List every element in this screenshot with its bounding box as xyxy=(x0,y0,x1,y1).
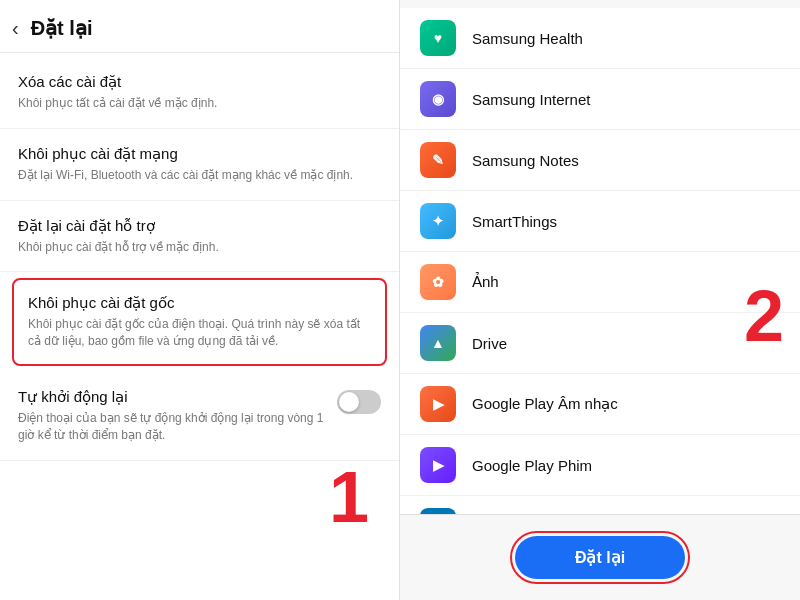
menu-item-title: Khôi phục cài đặt mạng xyxy=(18,145,381,163)
menu-item-dat-lai-ho-tro[interactable]: Đặt lại cài đặt hỗ trợ Khôi phục cài đặt… xyxy=(0,201,399,273)
toggle-knob xyxy=(339,392,359,412)
app-name-anh: Ảnh xyxy=(472,273,499,291)
bottom-bar: Đặt lại xyxy=(400,514,800,600)
right-panel: ♥Samsung Health◉Samsung Internet✎Samsung… xyxy=(400,0,800,600)
app-list: ♥Samsung Health◉Samsung Internet✎Samsung… xyxy=(400,0,800,514)
app-icon-google-play-phim: ▶ xyxy=(420,447,456,483)
app-icon-google-play-music: ▶ xyxy=(420,386,456,422)
menu-item-khoi-phuc-goc[interactable]: Khôi phục cài đặt gốc Khôi phục cài đặt … xyxy=(12,278,387,366)
menu-item-khoi-phuc-mang[interactable]: Khôi phục cài đặt mạng Đặt lại Wi-Fi, Bl… xyxy=(0,129,399,201)
menu-item-xoa-cai-dat[interactable]: Xóa các cài đặt Khôi phục tất cả cài đặt… xyxy=(0,57,399,129)
menu-item-desc: Khôi phục cài đặt gốc của điện thoại. Qu… xyxy=(28,316,371,350)
app-item-google-play-phim[interactable]: ▶Google Play Phim xyxy=(400,435,800,496)
app-icon-anh: ✿ xyxy=(420,264,456,300)
app-item-google-play-music[interactable]: ▶Google Play Âm nhạc xyxy=(400,374,800,435)
app-item-smartthings[interactable]: ✦SmartThings xyxy=(400,191,800,252)
app-item-samsung-notes[interactable]: ✎Samsung Notes xyxy=(400,130,800,191)
app-name-google-play-phim: Google Play Phim xyxy=(472,457,592,474)
app-name-smartthings: SmartThings xyxy=(472,213,557,230)
header: ‹ Đặt lại xyxy=(0,0,399,53)
app-item-drive[interactable]: ▲Drive xyxy=(400,313,800,374)
reset-button[interactable]: Đặt lại xyxy=(515,536,685,579)
app-icon-samsung-notes: ✎ xyxy=(420,142,456,178)
app-item-samsung-internet[interactable]: ◉Samsung Internet xyxy=(400,69,800,130)
app-name-drive: Drive xyxy=(472,335,507,352)
menu-item-tu-khoi-dong-lai[interactable]: Tự khởi động lại Điện thoại của bạn sẽ t… xyxy=(0,372,399,461)
badge-2: 2 xyxy=(744,280,784,352)
app-name-samsung-health: Samsung Health xyxy=(472,30,583,47)
app-item-samsung-health[interactable]: ♥Samsung Health xyxy=(400,8,800,69)
toggle-title: Tự khởi động lại xyxy=(18,388,325,406)
app-icon-drive: ▲ xyxy=(420,325,456,361)
page-title: Đặt lại xyxy=(31,16,93,40)
badge-1: 1 xyxy=(329,461,369,533)
menu-item-title: Xóa các cài đặt xyxy=(18,73,381,91)
app-icon-samsung-health: ♥ xyxy=(420,20,456,56)
app-name-samsung-notes: Samsung Notes xyxy=(472,152,579,169)
app-icon-samsung-internet: ◉ xyxy=(420,81,456,117)
left-panel: ‹ Đặt lại Xóa các cài đặt Khôi phục tất … xyxy=(0,0,400,600)
app-name-google-play-music: Google Play Âm nhạc xyxy=(472,395,618,413)
menu-item-title: Đặt lại cài đặt hỗ trợ xyxy=(18,217,381,235)
menu-item-desc: Đặt lại Wi-Fi, Bluetooth và các cài đặt … xyxy=(18,167,381,184)
reset-button-wrapper: Đặt lại xyxy=(510,531,690,584)
back-icon[interactable]: ‹ xyxy=(12,17,19,40)
menu-item-desc: Khôi phục tất cả cài đặt về mặc định. xyxy=(18,95,381,112)
app-name-samsung-internet: Samsung Internet xyxy=(472,91,590,108)
toggle-desc: Điện thoại của bạn sẽ tự động khởi động … xyxy=(18,410,325,444)
toggle-switch[interactable] xyxy=(337,390,381,414)
app-icon-smartthings: ✦ xyxy=(420,203,456,239)
menu-item-title: Khôi phục cài đặt gốc xyxy=(28,294,371,312)
menu-item-desc: Khôi phục cài đặt hỗ trợ về mặc định. xyxy=(18,239,381,256)
app-item-linkedin[interactable]: inLinkedIn xyxy=(400,496,800,514)
menu-list: Xóa các cài đặt Khôi phục tất cả cài đặt… xyxy=(0,53,399,600)
app-item-anh[interactable]: ✿Ảnh xyxy=(400,252,800,313)
